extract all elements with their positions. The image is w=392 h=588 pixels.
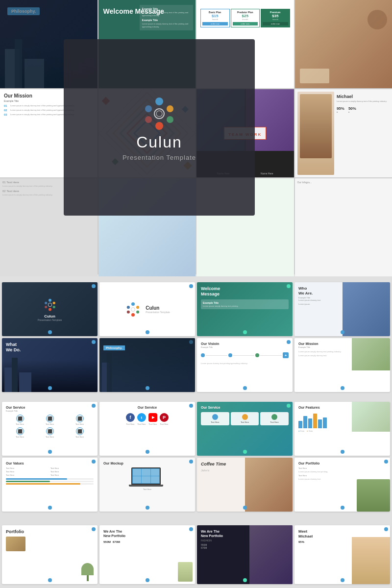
- badge-dot-10: [189, 404, 193, 408]
- svg-point-20: [127, 306, 130, 309]
- badge-dot-3: [287, 284, 291, 288]
- thumb-dot-13: [48, 506, 52, 510]
- svg-point-9: [52, 301, 55, 304]
- thumb-meet-michael[interactable]: MeetMichael 95%: [294, 525, 390, 584]
- svg-point-14: [48, 303, 52, 307]
- svg-point-7: [156, 111, 162, 117]
- thumb-dot-5: [48, 386, 52, 390]
- thumb-section-2: Our Service Example Title ⬛ Text Here ⬛ …: [0, 398, 392, 517]
- svg-point-19: [127, 310, 130, 313]
- thumb-dot-7: [243, 386, 247, 390]
- thumb-dot-15: [243, 506, 247, 510]
- what-we-do-title: WhatWe Do.: [6, 342, 94, 353]
- svg-point-17: [136, 310, 139, 313]
- portfolio-b-title: Portfolio: [6, 529, 94, 534]
- thumb-culun-white[interactable]: Culun Presentation Template: [99, 282, 195, 336]
- thumb-dot-3: [243, 330, 247, 334]
- our-vision-title: Our Visioin: [201, 342, 289, 345]
- svg-point-2: [167, 116, 173, 123]
- who-we-are-title: WhoWe Are.: [298, 286, 386, 295]
- thumb-our-mockup[interactable]: Our Mockup: [99, 458, 195, 512]
- culun-overlay-modal: Culun Presentation Template: [64, 39, 255, 216]
- culun-dark-subtitle: Presentation Template: [38, 318, 62, 321]
- overlay-subtitle: Presentation Template: [122, 154, 196, 161]
- thumb-our-features[interactable]: Our Features ● Data ● Data: [294, 402, 390, 456]
- thumb-what-we-do[interactable]: WhatWe Do.: [2, 338, 98, 392]
- svg-point-18: [131, 313, 135, 316]
- thumb-dot-2: [146, 330, 149, 334]
- service2-title: Our Service: [103, 406, 191, 409]
- thumb-our-service-3[interactable]: Our Service Text Here Text Here Text Her…: [197, 402, 293, 456]
- badge-dot-2: [189, 284, 193, 288]
- badge-dot-16: [384, 460, 388, 464]
- thumb-who-we-are[interactable]: WhoWe Are. Example TitleLorem ipsum dumm…: [294, 282, 390, 336]
- thumb-our-vision[interactable]: Our Visioin Example Title + Lorem ipsum …: [197, 338, 293, 392]
- badge-dot-7: [287, 340, 291, 344]
- thumb-dot-8: [341, 386, 344, 390]
- hero-section: Philosophy. Welcome Message Example Titl…: [0, 0, 392, 274]
- svg-point-6: [154, 109, 164, 119]
- culun-logo-white-thumb: [124, 301, 142, 318]
- thumb-coffee-time[interactable]: Coffee Time John's: [197, 458, 293, 512]
- thumb-philosophy-sm[interactable]: Philosophy.: [99, 338, 195, 392]
- thumb-dot-10: [146, 450, 149, 454]
- thumb-dot-6: [146, 386, 149, 390]
- badge-dot-18: [189, 527, 193, 531]
- svg-point-21: [131, 307, 135, 311]
- svg-point-15: [131, 302, 135, 306]
- thumb-portfolio-bottom[interactable]: Portfolio: [2, 525, 98, 584]
- thumb-dot-11: [243, 450, 247, 454]
- svg-point-4: [145, 116, 152, 123]
- culun-logo: [140, 94, 179, 133]
- badge-dot-14: [189, 460, 193, 464]
- hero-slide-r3-4[interactable]: Our Infogra...: [295, 178, 392, 276]
- thumb-row-bottom: Portfolio We Are TheNew Portfolio 550M 6…: [2, 525, 390, 584]
- badge-dot-9: [92, 404, 96, 408]
- svg-point-3: [155, 122, 163, 130]
- new-portfolio-1-title: We Are TheNew Portfolio: [103, 529, 191, 538]
- svg-point-1: [167, 105, 173, 112]
- values-title: Our Values: [6, 462, 94, 465]
- thumb-dot-9: [48, 450, 52, 454]
- mockup-title: Our Mockup: [103, 462, 191, 465]
- thumb-culun-dark[interactable]: Culun Presentation Template: [2, 282, 98, 336]
- thumb-row-2: WhatWe Do. Philosophy. Our Visioin Examp…: [2, 338, 390, 392]
- stat2: 50%: [348, 106, 356, 111]
- svg-point-8: [49, 298, 51, 301]
- thumb-our-mission-sm[interactable]: Our Mission Example Title Lorem ipsum si…: [294, 338, 390, 392]
- thumb-section-1: Culun Presentation Template Culun: [0, 278, 392, 398]
- thumb-dot-1: [48, 330, 52, 334]
- thumb-new-portfolio-1[interactable]: We Are TheNew Portfolio 550M 670M: [99, 525, 195, 584]
- thumb-dot-16: [341, 506, 344, 510]
- hero-slide-person[interactable]: Michael Lorem ipsum is simply dummy text…: [295, 89, 392, 177]
- thumb-our-service-2[interactable]: Our Service f Text Here t Text Here ▶ Te…: [99, 402, 195, 456]
- thumb-our-values[interactable]: Our Values Text Here Text Here Text Here…: [2, 458, 98, 512]
- welcome-sm-title: WelcomeMessage: [201, 286, 289, 297]
- portfolio-sm-title: Our Portfolio: [298, 462, 386, 465]
- svg-point-11: [49, 308, 51, 311]
- svg-point-5: [145, 105, 152, 112]
- culun-white-title: Culun: [146, 305, 170, 311]
- thumb-dot-20: [341, 578, 344, 582]
- thumb-row-1: Culun Presentation Template Culun: [2, 282, 390, 336]
- culun-logo-dark-thumb: [43, 297, 57, 312]
- thumb-dot-18: [146, 578, 149, 582]
- thumb-our-portfolio[interactable]: Our Portfolio Text Here Lorem ipsum dumm…: [294, 458, 390, 512]
- thumb-row-4: Our Values Text Here Text Here Text Here…: [2, 458, 390, 512]
- thumb-welcome-sm[interactable]: WelcomeMessage Example Title Lorem ipsum…: [197, 282, 293, 336]
- divider-2: [0, 517, 392, 521]
- stat-550m: 550M: [103, 540, 111, 543]
- thumb-dot-19: [243, 578, 247, 582]
- hero-slide-photo[interactable]: [295, 0, 392, 88]
- new-portfolio-2-title: We Are TheNew Portfolio: [201, 529, 289, 538]
- svg-point-13: [45, 301, 47, 304]
- service1-title: Our Service: [6, 406, 94, 409]
- thumb-our-service-1[interactable]: Our Service Example Title ⬛ Text Here ⬛ …: [2, 402, 98, 456]
- badge-dot-17: [92, 527, 96, 531]
- svg-point-12: [45, 305, 47, 308]
- thumb-dot-17: [48, 578, 52, 582]
- thumb-new-portfolio-2[interactable]: We Are TheNew Portfolio FASHION 550M 670…: [197, 525, 293, 584]
- thumb-row-3: Our Service Example Title ⬛ Text Here ⬛ …: [2, 402, 390, 456]
- svg-point-10: [52, 305, 55, 308]
- culun-dark-title: Culun: [44, 314, 55, 318]
